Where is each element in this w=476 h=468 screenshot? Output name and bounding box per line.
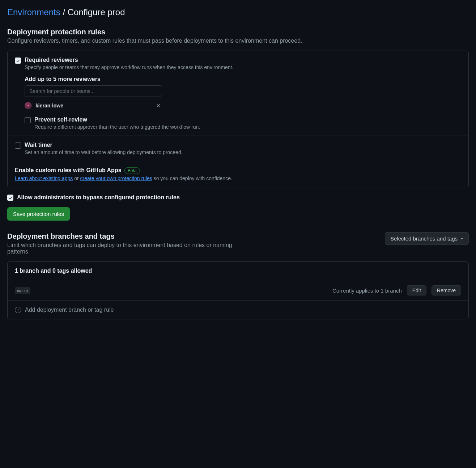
breadcrumb-current: Configure prod: [68, 7, 125, 17]
reviewer-item: ✦ kieran-lowe ✕: [25, 102, 162, 109]
protection-desc: Configure reviewers, timers, and custom …: [7, 38, 469, 44]
branches-title: Deployment branches and tags: [7, 232, 246, 241]
beta-badge: Beta: [124, 167, 140, 174]
add-branch-rule-button[interactable]: + Add deployment branch or tag rule: [8, 301, 468, 319]
save-protection-rules-button[interactable]: Save protection rules: [7, 207, 70, 221]
breadcrumb: Environments / Configure prod: [7, 7, 469, 21]
prevent-self-review-label: Prevent self-review: [34, 116, 200, 123]
required-reviewers-row: Required reviewers Specify people or tea…: [8, 51, 468, 136]
breadcrumb-parent-link[interactable]: Environments: [7, 7, 60, 17]
prevent-self-review-desc: Require a different approver than the us…: [34, 124, 200, 130]
chevron-down-icon: [460, 238, 463, 239]
custom-rules-tail: so you can deploy with confidence.: [152, 175, 232, 181]
protection-title: Deployment protection rules: [7, 28, 469, 36]
branch-name-tag: main: [15, 287, 30, 294]
wait-timer-row: Wait timer Set an amount of time to wait…: [8, 136, 468, 161]
protection-panel: Required reviewers Specify people or tea…: [7, 51, 469, 187]
custom-rules-title: Enable custom rules with GitHub Apps: [15, 167, 122, 173]
branches-dropdown[interactable]: Selected branches and tags: [385, 232, 469, 245]
edit-branch-button[interactable]: Edit: [407, 285, 426, 295]
wait-timer-label: Wait timer: [25, 142, 183, 148]
required-reviewers-checkbox[interactable]: [15, 58, 21, 64]
allow-admins-label: Allow administrators to bypass configure…: [17, 194, 180, 201]
plus-circle-icon: +: [15, 307, 21, 313]
branches-desc: Limit which branches and tags can deploy…: [7, 242, 246, 255]
breadcrumb-separator: /: [60, 7, 68, 17]
reviewer-name: kieran-lowe: [35, 103, 63, 109]
remove-reviewer-icon[interactable]: ✕: [154, 102, 162, 109]
branches-panel: 1 branch and 0 tags allowed main Current…: [7, 261, 469, 319]
add-branch-rule-label: Add deployment branch or tag rule: [25, 307, 114, 313]
branches-summary: 1 branch and 0 tags allowed: [8, 262, 468, 280]
required-reviewers-desc: Specify people or teams that may approve…: [25, 64, 233, 70]
prevent-self-review-checkbox[interactable]: [25, 117, 31, 123]
create-rules-link[interactable]: create your own protection rules: [80, 175, 152, 181]
remove-branch-button[interactable]: Remove: [432, 285, 461, 295]
branches-dropdown-label: Selected branches and tags: [390, 235, 458, 242]
branch-applies-text: Currently applies to 1 branch: [332, 288, 402, 294]
add-reviewers-label: Add up to 5 more reviewers: [25, 76, 233, 82]
reviewer-search-input[interactable]: [25, 85, 162, 97]
branches-header: Deployment branches and tags Limit which…: [7, 232, 469, 255]
branch-row: main Currently applies to 1 branch Edit …: [8, 280, 468, 301]
custom-rules-or: or: [73, 175, 80, 181]
learn-apps-link[interactable]: Learn about existing apps: [15, 175, 73, 181]
allow-admins-row: Allow administrators to bypass configure…: [7, 194, 469, 201]
avatar: ✦: [25, 102, 32, 109]
required-reviewers-label: Required reviewers: [25, 57, 233, 63]
wait-timer-desc: Set an amount of time to wait before all…: [25, 149, 183, 155]
custom-rules-row: Enable custom rules with GitHub Apps Bet…: [8, 161, 468, 187]
allow-admins-checkbox[interactable]: [7, 195, 13, 201]
wait-timer-checkbox[interactable]: [15, 142, 21, 149]
